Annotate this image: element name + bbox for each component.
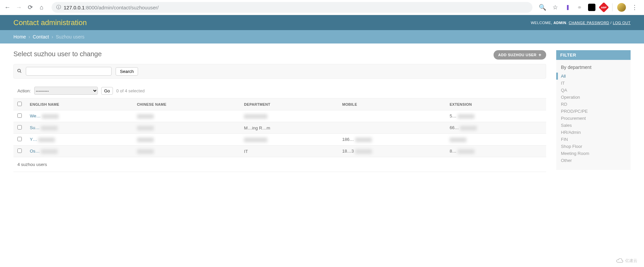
row-department <box>240 134 338 146</box>
filter-item[interactable]: All <box>556 73 631 80</box>
extension-link-icon[interactable]: ⚭ <box>575 3 583 11</box>
star-icon[interactable]: ☆ <box>551 3 559 11</box>
row-mobile <box>338 122 446 134</box>
row-mobile: 186… <box>338 134 446 146</box>
go-button[interactable]: Go <box>101 87 113 95</box>
filter-item[interactable]: Other <box>556 157 631 164</box>
plus-icon: + <box>538 52 541 58</box>
breadcrumb-current: Suzhou users <box>56 34 85 39</box>
action-select[interactable]: --------- <box>34 87 98 95</box>
row-english-link[interactable]: Os… <box>30 149 40 154</box>
svg-point-0 <box>18 69 20 72</box>
add-suzhou-user-button[interactable]: ADD SUZHOU USER + <box>494 50 546 60</box>
row-extension: 5… <box>446 110 546 122</box>
reload-icon[interactable]: ⟳ <box>26 3 34 11</box>
action-label: Action: <box>17 88 31 93</box>
toolbar-right: 🔍 ☆ ||| ⚭ ABP ⋮ <box>538 3 641 12</box>
search-icon <box>17 69 22 74</box>
filter-item[interactable]: Shop Floor <box>556 143 631 150</box>
table-row: We… 5… <box>13 110 546 122</box>
admin-header: Contact administration WELCOME, ADMIN. C… <box>0 15 644 30</box>
row-checkbox[interactable] <box>17 113 22 118</box>
table-row: Su… M…ing R…m 66… <box>13 122 546 134</box>
filter-item[interactable]: Procurement <box>556 115 631 122</box>
site-title: Contact administration <box>13 18 87 27</box>
row-checkbox[interactable] <box>17 125 22 129</box>
user-tools: WELCOME, ADMIN. CHANGE PASSWORD / LOG OU… <box>531 21 631 25</box>
toolbar-divider <box>612 3 613 11</box>
row-english-link[interactable]: Y… <box>30 137 37 142</box>
search-button[interactable]: Search <box>116 67 138 76</box>
url-text: 127.0.0.1:8000/admin/contact/suzhouuser/ <box>64 5 159 10</box>
row-mobile <box>338 110 446 122</box>
forward-icon: → <box>15 3 23 11</box>
row-chinese <box>133 134 240 146</box>
row-department: IT <box>240 146 338 157</box>
logout-link[interactable]: LOG OUT <box>613 21 631 25</box>
change-password-link[interactable]: CHANGE PASSWORD <box>569 21 609 25</box>
col-department[interactable]: DEPARTMENT <box>240 98 338 110</box>
url-bar[interactable]: ⓘ 127.0.0.1:8000/admin/contact/suzhouuse… <box>52 2 532 13</box>
row-chinese <box>133 110 240 122</box>
profile-avatar[interactable] <box>617 3 626 12</box>
row-extension: 66… <box>446 122 546 134</box>
select-all-checkbox[interactable] <box>17 102 22 106</box>
site-info-icon: ⓘ <box>56 4 61 10</box>
back-icon[interactable]: ← <box>3 3 11 11</box>
search-input[interactable] <box>26 67 112 76</box>
actions-row: Action: --------- Go 0 of 4 selected <box>13 87 546 95</box>
filter-item[interactable]: FIN <box>556 136 631 143</box>
row-extension <box>446 134 546 146</box>
table-row: Y… 186… <box>13 134 546 146</box>
zoom-out-icon[interactable]: 🔍 <box>538 3 546 11</box>
menu-icon[interactable]: ⋮ <box>631 3 639 11</box>
row-extension: 8… <box>446 146 546 157</box>
filter-item[interactable]: HR/Admin <box>556 129 631 136</box>
browser-chrome: ← → ⟳ ⌂ ⓘ 127.0.0.1:8000/admin/contact/s… <box>0 0 644 15</box>
filter-sidebar: FILTER By department AllITQAOperationRDP… <box>556 50 631 172</box>
page-title: Select suzhou user to change <box>13 50 102 58</box>
row-checkbox[interactable] <box>17 149 22 153</box>
filter-item[interactable]: Operation <box>556 94 631 101</box>
breadcrumb-home[interactable]: Home <box>13 34 26 39</box>
row-english-link[interactable]: Su… <box>30 125 40 130</box>
username: ADMIN <box>554 21 567 25</box>
search-bar: Search <box>13 64 546 79</box>
row-english-link[interactable]: We… <box>30 113 41 118</box>
results-table: ENGLISH NAME CHINESE NAME DEPARTMENT MOB… <box>13 98 546 157</box>
breadcrumb-contact[interactable]: Contact <box>33 34 49 39</box>
col-mobile[interactable]: MOBILE <box>338 98 446 110</box>
row-mobile: 18…3 <box>338 146 446 157</box>
row-chinese <box>133 146 240 157</box>
row-checkbox[interactable] <box>17 137 22 141</box>
col-english[interactable]: ENGLISH NAME <box>26 98 133 110</box>
row-count: 4 suzhou users <box>13 157 546 172</box>
filter-item[interactable]: Sales <box>556 122 631 129</box>
selected-count: 0 of 4 selected <box>116 88 145 93</box>
filter-item[interactable]: RD <box>556 101 631 108</box>
welcome-label: WELCOME, <box>531 21 553 25</box>
filter-item[interactable]: IT <box>556 80 631 87</box>
filter-header: FILTER <box>556 50 631 60</box>
col-chinese[interactable]: CHINESE NAME <box>133 98 240 110</box>
svg-line-1 <box>20 71 21 73</box>
row-department: M…ing R…m <box>240 122 338 134</box>
breadcrumb: Home › Contact › Suzhou users <box>0 30 644 43</box>
extension-mask-icon[interactable] <box>588 4 595 11</box>
filter-item[interactable]: PROD/PC/PE <box>556 108 631 115</box>
adblock-icon[interactable]: ABP <box>598 2 609 12</box>
add-button-label: ADD SUZHOU USER <box>498 53 536 57</box>
filter-item[interactable]: QA <box>556 87 631 94</box>
filter-item[interactable]: Meeting Room <box>556 150 631 157</box>
main-content: Select suzhou user to change ADD SUZHOU … <box>13 50 546 172</box>
table-row: Os… IT 18…3 8… <box>13 146 546 157</box>
row-chinese <box>133 122 240 134</box>
col-extension[interactable]: EXTENSION <box>446 98 546 110</box>
extension-purple-icon[interactable]: ||| <box>564 4 571 11</box>
home-icon[interactable]: ⌂ <box>38 3 46 11</box>
row-department <box>240 110 338 122</box>
filter-group-label: By department <box>556 63 631 73</box>
